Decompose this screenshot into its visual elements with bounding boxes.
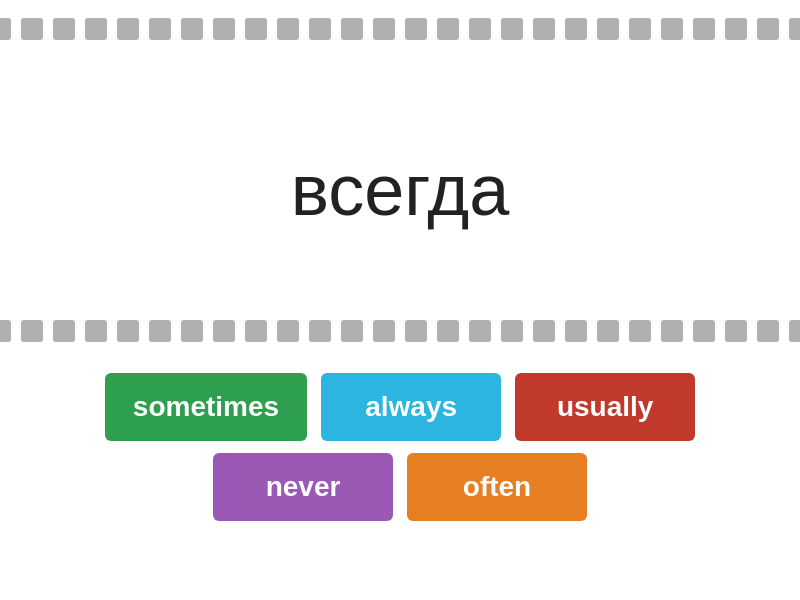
dash-block [661, 18, 683, 40]
dash-block [533, 320, 555, 342]
dash-block [629, 18, 651, 40]
dash-block [661, 320, 683, 342]
main-word-area: всегда [0, 60, 800, 320]
dash-block [789, 18, 800, 40]
top-dashed-border [0, 18, 800, 40]
dash-block [245, 18, 267, 40]
dash-block [309, 18, 331, 40]
dash-block [405, 18, 427, 40]
dash-block [21, 18, 43, 40]
dash-block [0, 320, 11, 342]
option-often-button[interactable]: often [407, 453, 587, 521]
dash-block [85, 320, 107, 342]
dash-block [469, 18, 491, 40]
dash-block [0, 18, 11, 40]
dash-block [693, 320, 715, 342]
dash-block [725, 320, 747, 342]
option-never-button[interactable]: never [213, 453, 393, 521]
dash-block [533, 18, 555, 40]
options-area: sometimes always usually never often [0, 355, 800, 600]
option-sometimes-button[interactable]: sometimes [105, 373, 307, 441]
dash-block [501, 18, 523, 40]
dash-block [149, 320, 171, 342]
dash-block [405, 320, 427, 342]
dash-block [277, 320, 299, 342]
dash-block [501, 320, 523, 342]
dash-block [725, 18, 747, 40]
options-row-1: sometimes always usually [105, 373, 695, 441]
dash-block [309, 320, 331, 342]
dash-block [85, 18, 107, 40]
dash-block [597, 18, 619, 40]
dash-block [757, 320, 779, 342]
dash-block [629, 320, 651, 342]
dash-block [789, 320, 800, 342]
dash-block [245, 320, 267, 342]
dash-block [437, 18, 459, 40]
options-row-2: never often [213, 453, 587, 521]
dash-block [181, 320, 203, 342]
dash-block [149, 18, 171, 40]
dash-block [213, 320, 235, 342]
dash-block [693, 18, 715, 40]
dash-block [53, 320, 75, 342]
dash-block [373, 18, 395, 40]
dash-block [373, 320, 395, 342]
dash-block [565, 18, 587, 40]
dash-block [341, 18, 363, 40]
dash-block [21, 320, 43, 342]
option-usually-button[interactable]: usually [515, 373, 695, 441]
dash-block [181, 18, 203, 40]
middle-dashed-border [0, 320, 800, 342]
dash-block [757, 18, 779, 40]
dash-block [213, 18, 235, 40]
dash-block [437, 320, 459, 342]
main-word-text: всегда [291, 149, 510, 231]
dash-block [277, 18, 299, 40]
dash-block [597, 320, 619, 342]
dash-block [341, 320, 363, 342]
option-always-button[interactable]: always [321, 373, 501, 441]
dash-block [117, 320, 139, 342]
dash-block [117, 18, 139, 40]
dash-block [53, 18, 75, 40]
dash-block [469, 320, 491, 342]
dash-block [565, 320, 587, 342]
